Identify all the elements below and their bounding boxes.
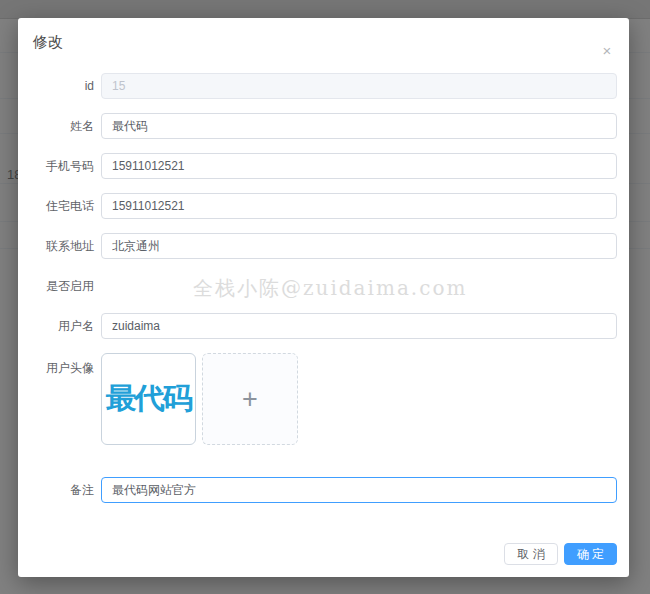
dialog-title: 修改 xyxy=(18,18,629,52)
form-row-name: 姓名 xyxy=(18,113,617,139)
field-label-address: 联系地址 xyxy=(18,238,101,255)
form-row-enabled: 是否启用 xyxy=(18,273,617,299)
id-field xyxy=(101,73,617,99)
enabled-control-area xyxy=(101,273,617,299)
field-label-name: 姓名 xyxy=(18,118,101,135)
field-label-username: 用户名 xyxy=(18,318,101,335)
mobile-field[interactable] xyxy=(101,153,617,179)
home-phone-field[interactable] xyxy=(101,193,617,219)
form-row-address: 联系地址 xyxy=(18,233,617,259)
form-row-home-phone: 住宅电话 xyxy=(18,193,617,219)
field-label-mobile: 手机号码 xyxy=(18,158,101,175)
name-field[interactable] xyxy=(101,113,617,139)
field-label-home-phone: 住宅电话 xyxy=(18,198,101,215)
form-row-mobile: 手机号码 xyxy=(18,153,617,179)
dialog-footer: 取 消 确 定 xyxy=(504,543,617,565)
close-icon[interactable]: × xyxy=(598,42,616,60)
cancel-button[interactable]: 取 消 xyxy=(504,543,557,565)
confirm-button[interactable]: 确 定 xyxy=(564,543,617,565)
username-field[interactable] xyxy=(101,313,617,339)
form-row-username: 用户名 xyxy=(18,313,617,339)
background-topbar xyxy=(0,0,650,19)
plus-icon: + xyxy=(242,384,258,415)
field-label-avatar: 用户头像 xyxy=(18,353,101,377)
edit-dialog: 修改 × id 姓名 手机号码 住宅电话 联系地址 是否启用 用户名 xyxy=(18,18,629,577)
field-label-remark: 备注 xyxy=(18,482,101,499)
address-field[interactable] xyxy=(101,233,617,259)
form-row-id: id xyxy=(18,73,617,99)
form-row-remark: 备注 xyxy=(18,477,617,503)
avatar-logo-text: 最代码 xyxy=(106,379,192,419)
form-row-avatar: 用户头像 最代码 + xyxy=(18,353,617,445)
field-label-id: id xyxy=(18,79,101,93)
edit-form: id 姓名 手机号码 住宅电话 联系地址 是否启用 用户名 用户 xyxy=(18,52,629,503)
remark-field[interactable] xyxy=(101,477,617,503)
avatar-image[interactable]: 最代码 xyxy=(101,353,196,445)
avatar-upload-button[interactable]: + xyxy=(202,353,298,445)
field-label-enabled: 是否启用 xyxy=(18,278,101,295)
